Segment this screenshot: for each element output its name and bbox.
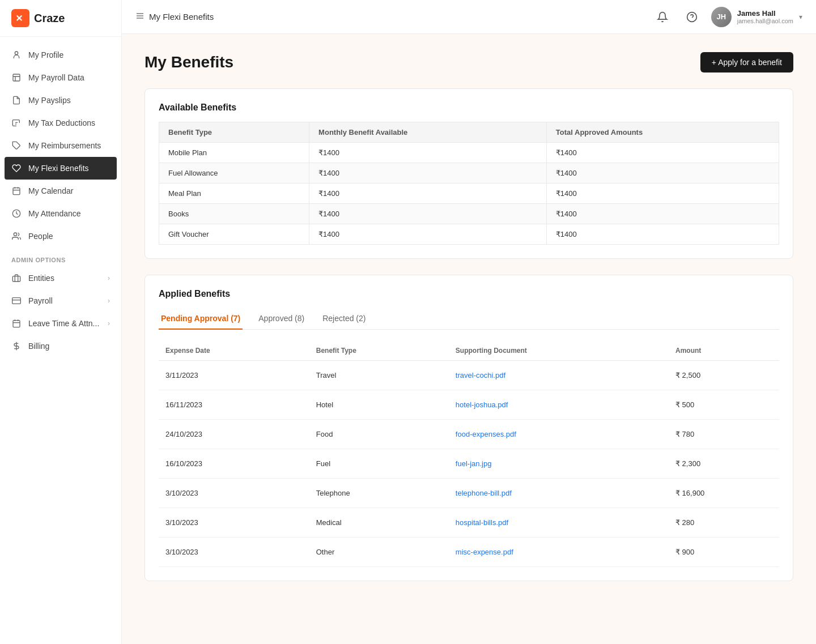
applied-benefit-row: 3/10/2023 Other misc-expense.pdf ₹ 900: [159, 538, 779, 567]
topbar-actions: JH James Hall james.hall@aol.com ▾: [652, 7, 802, 27]
sidebar-item-my-payroll-data[interactable]: My Payroll Data: [0, 66, 121, 89]
expense-date-cell: 3/11/2023: [159, 361, 309, 390]
page-title: My Benefits: [144, 53, 233, 71]
applied-benefit-row: 16/10/2023 Fuel fuel-jan.jpg ₹ 2,300: [159, 449, 779, 479]
applied-benefit-type-cell: Food: [309, 420, 449, 449]
applied-benefit-type-cell: Fuel: [309, 449, 449, 479]
applied-benefit-row: 16/11/2023 Hotel hotel-joshua.pdf ₹ 500: [159, 390, 779, 420]
sidebar-item-people[interactable]: People: [0, 225, 121, 248]
col-expense-date: Expense Date: [159, 341, 309, 361]
document-link[interactable]: fuel-jan.jpg: [456, 459, 492, 468]
benefit-type-cell: Meal Plan: [159, 184, 309, 204]
available-benefit-row: Books ₹1400 ₹1400: [159, 204, 779, 224]
sidebar-item-entities[interactable]: Entities ›: [0, 267, 121, 289]
notifications-button[interactable]: [652, 7, 673, 27]
applied-benefits-title: Applied Benefits: [159, 289, 779, 299]
user-text-area: James Hall james.hall@aol.com: [737, 9, 793, 24]
tab-pending-approval[interactable]: Pending Approval (7): [159, 308, 243, 330]
attendance-icon: [11, 208, 22, 219]
document-link[interactable]: food-expenses.pdf: [456, 430, 516, 438]
document-link[interactable]: misc-expense.pdf: [456, 548, 513, 556]
expense-date-cell: 3/10/2023: [159, 508, 309, 538]
expense-date-cell: 16/11/2023: [159, 390, 309, 420]
amount-cell: ₹ 500: [669, 390, 779, 420]
help-button[interactable]: [682, 7, 702, 27]
svg-rect-11: [12, 276, 20, 282]
payslips-icon: [11, 95, 22, 105]
benefit-type-cell: Mobile Plan: [159, 143, 309, 163]
topbar-page-title: My Flexi Benefits: [149, 12, 214, 22]
sidebar-item-payroll[interactable]: Payroll ›: [0, 289, 121, 312]
supporting-document-cell[interactable]: hospital-bills.pdf: [449, 508, 669, 538]
applied-benefits-section: Applied Benefits Pending Approval (7) Ap…: [144, 275, 793, 581]
reimbursements-icon: [11, 140, 22, 151]
svg-rect-5: [13, 188, 20, 195]
leave-time-chevron-icon: ›: [108, 319, 110, 327]
brand-name: Craze: [34, 12, 65, 25]
tax-icon: [11, 118, 22, 128]
col-supporting-document: Supporting Document: [449, 341, 669, 361]
sidebar-item-my-calendar[interactable]: My Calendar: [0, 180, 121, 202]
sidebar: ✕ Craze My Profile My Payroll Data My Pa…: [0, 0, 122, 644]
topbar: My Flexi Benefits JH James Hall james.ha…: [122, 0, 816, 34]
available-benefit-row: Gift Voucher ₹1400 ₹1400: [159, 224, 779, 245]
user-menu[interactable]: JH James Hall james.hall@aol.com ▾: [711, 7, 802, 27]
expense-date-cell: 16/10/2023: [159, 449, 309, 479]
payroll-admin-icon: [11, 296, 22, 306]
svg-point-10: [14, 233, 16, 236]
col-total-approved: Total Approved Amounts: [546, 122, 779, 143]
total-approved-cell: ₹1400: [546, 224, 779, 245]
tab-rejected[interactable]: Rejected (2): [320, 308, 368, 330]
amount-cell: ₹ 280: [669, 508, 779, 538]
supporting-document-cell[interactable]: food-expenses.pdf: [449, 420, 669, 449]
supporting-document-cell[interactable]: misc-expense.pdf: [449, 538, 669, 567]
expense-date-cell: 3/10/2023: [159, 479, 309, 508]
expense-date-cell: 24/10/2023: [159, 420, 309, 449]
amount-cell: ₹ 2,300: [669, 449, 779, 479]
payroll-icon: [11, 72, 22, 83]
benefit-type-cell: Fuel Allowance: [159, 163, 309, 184]
page-content: My Benefits + Apply for a benefit Availa…: [122, 34, 816, 644]
document-link[interactable]: hotel-joshua.pdf: [456, 400, 508, 409]
svg-rect-12: [12, 298, 21, 304]
sidebar-item-my-payslips[interactable]: My Payslips: [0, 89, 121, 112]
supporting-document-cell[interactable]: telephone-bill.pdf: [449, 479, 669, 508]
sidebar-item-my-profile[interactable]: My Profile: [0, 44, 121, 66]
applied-benefit-type-cell: Hotel: [309, 390, 449, 420]
sidebar-item-my-reimbursements[interactable]: My Reimbursements: [0, 134, 121, 157]
applied-benefit-row: 3/10/2023 Medical hospital-bills.pdf ₹ 2…: [159, 508, 779, 538]
billing-icon: [11, 341, 22, 351]
user-email: james.hall@aol.com: [737, 18, 793, 24]
payroll-chevron-icon: ›: [108, 297, 110, 305]
sidebar-item-my-flexi-benefits[interactable]: My Flexi Benefits: [5, 157, 117, 180]
document-link[interactable]: telephone-bill.pdf: [456, 489, 512, 497]
sidebar-item-leave-time[interactable]: Leave Time & Attn... ›: [0, 312, 121, 335]
supporting-document-cell[interactable]: travel-cochi.pdf: [449, 361, 669, 390]
applied-benefit-row: 24/10/2023 Food food-expenses.pdf ₹ 780: [159, 420, 779, 449]
sidebar-item-my-tax-deductions[interactable]: My Tax Deductions: [0, 112, 121, 134]
sidebar-item-billing[interactable]: Billing: [0, 335, 121, 357]
svg-rect-3: [13, 74, 20, 81]
monthly-benefit-cell: ₹1400: [309, 143, 547, 163]
available-benefit-row: Fuel Allowance ₹1400 ₹1400: [159, 163, 779, 184]
document-link[interactable]: hospital-bills.pdf: [456, 518, 508, 527]
svg-text:✕: ✕: [15, 14, 23, 23]
profile-icon: [11, 50, 22, 60]
total-approved-cell: ₹1400: [546, 143, 779, 163]
supporting-document-cell[interactable]: hotel-joshua.pdf: [449, 390, 669, 420]
supporting-document-cell[interactable]: fuel-jan.jpg: [449, 449, 669, 479]
sidebar-item-my-attendance[interactable]: My Attendance: [0, 202, 121, 225]
amount-cell: ₹ 900: [669, 538, 779, 567]
col-benefit-type-applied: Benefit Type: [309, 341, 449, 361]
monthly-benefit-cell: ₹1400: [309, 204, 547, 224]
entities-chevron-icon: ›: [108, 274, 110, 282]
apply-for-benefit-button[interactable]: + Apply for a benefit: [700, 52, 793, 72]
applied-benefit-row: 3/11/2023 Travel travel-cochi.pdf ₹ 2,50…: [159, 361, 779, 390]
main-content: My Flexi Benefits JH James Hall james.ha…: [122, 0, 816, 644]
admin-options-label: ADMIN OPTIONS: [0, 248, 121, 267]
document-link[interactable]: travel-cochi.pdf: [456, 371, 505, 379]
col-benefit-type: Benefit Type: [159, 122, 309, 143]
applied-benefit-type-cell: Telephone: [309, 479, 449, 508]
tab-approved[interactable]: Approved (8): [256, 308, 307, 330]
craze-logo-icon: ✕: [11, 9, 29, 27]
